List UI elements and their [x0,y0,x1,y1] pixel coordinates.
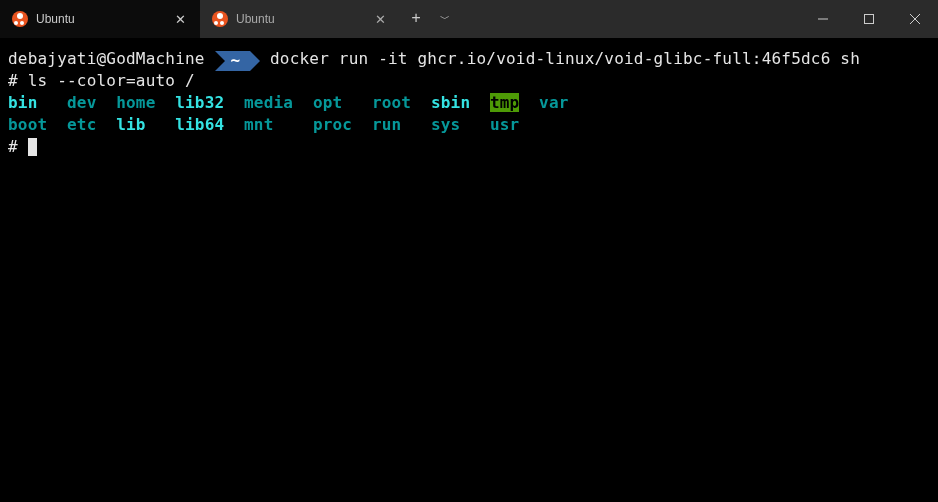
cursor [28,138,37,156]
dir-entry-sticky: tmp [490,93,520,112]
tab-title: Ubuntu [236,12,364,26]
dir-entry: sys [431,115,461,134]
dir-entry: opt [313,93,343,112]
dir-entry: home [116,93,155,112]
titlebar: Ubuntu ✕ Ubuntu ✕ + ﹀ [0,0,938,38]
prompt-path-segment: ~ [215,50,251,70]
ls-output-row: bin dev home lib32 media opt root sbin t… [8,92,930,114]
window-controls [800,0,938,38]
tab-dropdown-button[interactable]: ﹀ [432,0,458,38]
dir-entry: sbin [431,93,470,112]
dir-entry: run [372,115,402,134]
prompt-command: docker run -it ghcr.io/void-linux/void-g… [270,49,860,68]
dir-entry: media [244,93,293,112]
tab-active[interactable]: Ubuntu ✕ [0,0,200,38]
terminal-area[interactable]: debajyati@GodMachine ~ docker run -it gh… [0,38,938,168]
prompt-path-symbol: ~ [215,51,251,71]
tab-inactive[interactable]: Ubuntu ✕ [200,0,400,38]
dir-entry: root [372,93,411,112]
tabs-container: Ubuntu ✕ Ubuntu ✕ + ﹀ [0,0,458,38]
dir-entry: lib32 [175,93,224,112]
maximize-button[interactable] [846,0,892,38]
tab-close-button[interactable]: ✕ [172,11,188,27]
ls-command-line: # ls --color=auto / [8,70,930,92]
tab-close-button[interactable]: ✕ [372,11,388,27]
shell-prompt-symbol: # [8,137,18,156]
current-prompt-line: # [8,136,930,158]
shell-prompt-symbol: # [8,71,18,90]
dir-entry: dev [67,93,97,112]
dir-entry: lib [116,115,146,134]
ubuntu-icon [212,11,228,27]
dir-entry: mnt [244,115,274,134]
prompt-line: debajyati@GodMachine ~ docker run -it gh… [8,48,930,70]
svg-rect-1 [865,15,874,24]
minimize-button[interactable] [800,0,846,38]
ubuntu-icon [12,11,28,27]
dir-entry: bin [8,93,38,112]
dir-entry: var [539,93,569,112]
dir-entry: lib64 [175,115,224,134]
dir-entry: boot [8,115,47,134]
ls-command: ls --color=auto / [28,71,195,90]
tab-title: Ubuntu [36,12,164,26]
dir-entry: proc [313,115,352,134]
dir-entry: usr [490,115,520,134]
prompt-user-host: debajyati@GodMachine [8,49,205,68]
close-button[interactable] [892,0,938,38]
dir-entry: etc [67,115,97,134]
ls-output-row: boot etc lib lib64 mnt proc run sys usr [8,114,930,136]
new-tab-button[interactable]: + [400,0,432,38]
